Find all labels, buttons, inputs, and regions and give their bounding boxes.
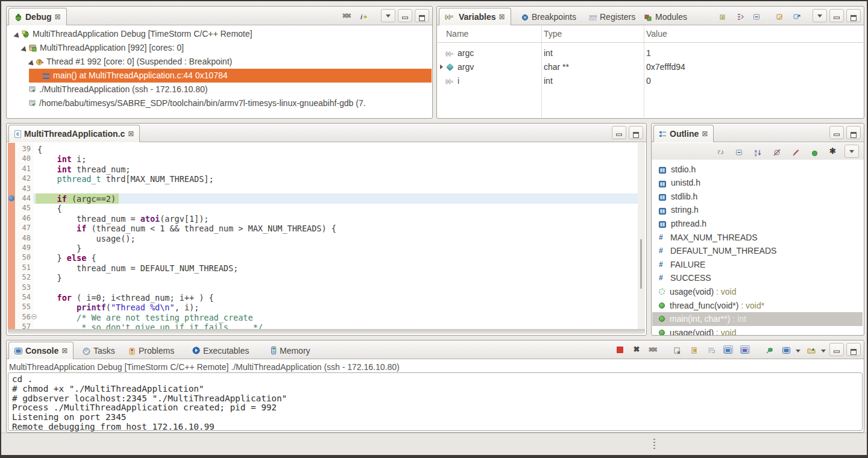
editor-content[interactable]: 39{40 int i;41 int thread_num;42 pthread… xyxy=(7,143,646,334)
open-new-view-button[interactable] xyxy=(790,9,804,22)
variable-row[interactable]: argvchar **0x7efffd94 xyxy=(438,60,863,74)
terminate-button[interactable] xyxy=(612,343,627,356)
open-console-button[interactable] xyxy=(804,343,819,356)
tab-outline[interactable]: Outline ⊠ xyxy=(653,125,714,142)
show-stdout-button[interactable] xyxy=(721,343,735,356)
outline-item[interactable]: stdlib.h xyxy=(652,189,863,203)
outline-item[interactable]: #FAILURE xyxy=(652,257,863,271)
view-menu-icon xyxy=(849,150,854,153)
debug-tree-row[interactable]: main() at MultiThreadApplication.c:44 0x… xyxy=(7,69,432,83)
debug-tree: MultiThreadApplication Debug [TimeStorm … xyxy=(7,26,432,118)
column-header-type[interactable]: Type xyxy=(544,29,562,39)
view-menu-button[interactable] xyxy=(844,145,859,158)
tab-debug[interactable]: Debug ⊠ xyxy=(8,8,67,25)
outline-item[interactable]: unistd.h xyxy=(652,176,863,190)
instruction-stepping-button[interactable]: i xyxy=(357,9,371,22)
outline-item[interactable]: stdio.h xyxy=(652,162,863,176)
outline-item-label: string.h xyxy=(671,205,699,215)
remove-launch-button[interactable]: ✖ xyxy=(629,343,644,356)
debug-tree-row[interactable]: MultiThreadApplication [992] [cores: 0] xyxy=(7,41,432,55)
editor-toolbar xyxy=(612,126,643,139)
collapse-all-button[interactable] xyxy=(750,9,764,22)
tab-registers[interactable]: 10100101Registers xyxy=(583,8,641,25)
outline-item[interactable]: #SUCCESS xyxy=(652,271,863,285)
tab-close-icon[interactable]: ⊠ xyxy=(55,13,61,21)
scroll-lock-button[interactable] xyxy=(687,343,702,356)
view-menu-button[interactable] xyxy=(813,9,827,22)
outline-item[interactable]: main(int, char**) : int xyxy=(652,312,863,326)
variable-value: 0 xyxy=(646,76,651,86)
code-text: if (thread_num < 1 && thread_num > MAX_N… xyxy=(37,224,336,233)
minimize-button[interactable] xyxy=(398,9,412,22)
word-wrap-button[interactable] xyxy=(704,343,719,356)
fold-collapse-icon[interactable] xyxy=(31,314,37,319)
maximize-button[interactable] xyxy=(846,9,861,22)
clear-console-button[interactable] xyxy=(670,343,685,356)
tab-modules[interactable]: Modules xyxy=(639,8,693,25)
tab-debug-label: Debug xyxy=(25,12,52,22)
minimize-button[interactable] xyxy=(612,126,626,139)
remove-all-terminated-button[interactable]: ✖✖ xyxy=(340,9,354,22)
maximize-button[interactable] xyxy=(629,126,643,139)
variable-row[interactable]: (x)=argcint1 xyxy=(438,46,863,60)
outline-item[interactable]: #MAX_NUM_THREADS xyxy=(652,230,863,244)
tree-expander-icon[interactable] xyxy=(28,58,34,65)
remove-all-terminated-button[interactable]: ✖✖ xyxy=(646,343,661,356)
maximize-button[interactable] xyxy=(846,126,861,139)
tab-close-icon[interactable]: ⊠ xyxy=(499,13,505,21)
console-output[interactable]: cd .# chmod +x "./MultiThreadApplication… xyxy=(8,372,863,431)
variable-row[interactable]: (x)=iint0 xyxy=(438,74,863,88)
editor-vertical-scrollbar[interactable] xyxy=(638,143,645,329)
debug-tree-row[interactable]: Thread #1 992 [core: 0] (Suspended : Bre… xyxy=(7,55,432,69)
line-number: 54 xyxy=(15,293,31,301)
outline-item[interactable]: pthread.h xyxy=(652,216,863,230)
minimize-button[interactable] xyxy=(829,343,844,356)
tab-close-icon[interactable]: ⊠ xyxy=(702,130,708,138)
editor-horizontal-scrollbar[interactable] xyxy=(8,329,645,334)
display-selected-console-button[interactable] xyxy=(779,343,793,356)
tree-expander-icon[interactable] xyxy=(20,45,27,51)
outline-item[interactable]: #DEFAULT_NUM_THREADS xyxy=(652,244,863,258)
tab-close-icon[interactable]: ⊠ xyxy=(61,347,68,355)
tab-console[interactable]: Console⊠ xyxy=(8,342,74,359)
tab-breakpoints[interactable]: Breakpoints xyxy=(516,8,582,25)
minimize-button[interactable] xyxy=(829,9,844,22)
outline-item[interactable]: string.h xyxy=(652,203,863,217)
pin-view-button[interactable] xyxy=(773,9,787,22)
show-stderr-button[interactable] xyxy=(738,343,752,356)
scrollbar-thumb[interactable] xyxy=(640,239,642,289)
collapse-all-button[interactable] xyxy=(732,145,747,158)
column-header-value[interactable]: Value xyxy=(646,29,667,39)
tab-editor[interactable]: c MultiThreadApplication.c ⊠ xyxy=(8,125,140,142)
tab-memory[interactable]: Memory xyxy=(265,342,316,359)
outline-item[interactable]: thread_func(void*) : void* xyxy=(652,298,863,312)
show-logical-structure-button[interactable] xyxy=(733,9,747,22)
maximize-button[interactable] xyxy=(846,343,861,356)
debug-tree-row[interactable]: ./MultiThreadApplication (ssh - 172.16.1… xyxy=(7,83,432,96)
link-with-editor-button[interactable] xyxy=(714,145,728,158)
pin-console-button[interactable] xyxy=(762,343,776,356)
statusbar-drag-handle[interactable] xyxy=(653,439,655,450)
maximize-button[interactable] xyxy=(415,9,429,22)
tab-close-icon[interactable]: ⊠ xyxy=(128,130,134,138)
hide-static-button[interactable] xyxy=(788,145,803,158)
tab-variables[interactable]: (x)=Variables⊠ xyxy=(439,8,511,25)
hide-fields-button[interactable] xyxy=(770,145,784,158)
tree-expander-icon[interactable] xyxy=(13,31,20,37)
outline-item[interactable]: usage(void) : void xyxy=(652,325,863,336)
debug-tree-row[interactable]: MultiThreadApplication Debug [TimeStorm … xyxy=(7,27,432,41)
hide-inactive-button[interactable]: ✻ xyxy=(826,145,840,158)
show-type-names-button[interactable]: x xyxy=(716,9,731,22)
breakpoint-icon[interactable] xyxy=(8,195,14,201)
outline-item[interactable]: usage(void) : void xyxy=(652,284,863,298)
debug-tree-row[interactable]: /home/babu/timesys/SABRE_SDP/toolchain/b… xyxy=(7,96,432,110)
minimize-button[interactable] xyxy=(829,126,844,139)
tab-tasks[interactable]: Tasks xyxy=(77,342,121,359)
tab-executables[interactable]: Executables xyxy=(187,342,254,359)
hide-non-public-button[interactable] xyxy=(807,145,822,158)
sort-button[interactable]: az xyxy=(751,145,766,158)
tab-problems[interactable]: Problems xyxy=(123,342,180,359)
column-header-name[interactable]: Name xyxy=(446,29,468,39)
view-menu-button[interactable] xyxy=(381,9,395,22)
debug-bug-icon xyxy=(14,13,22,21)
